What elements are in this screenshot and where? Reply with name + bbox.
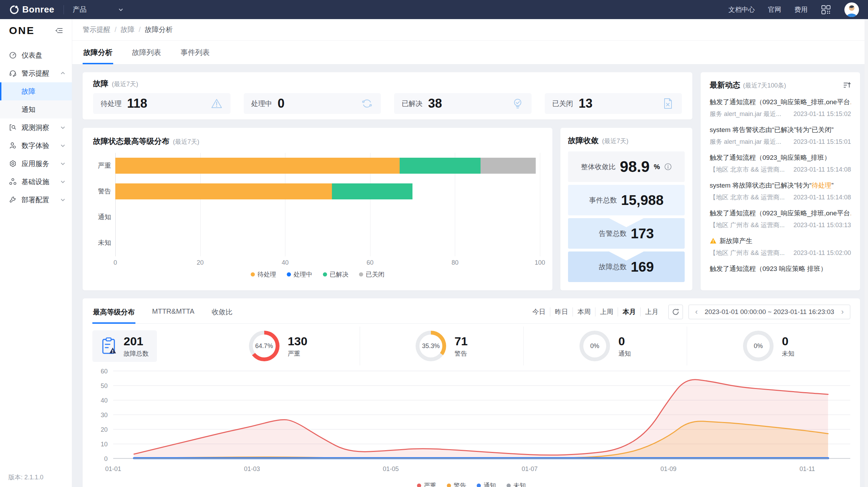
- sidebar-item-app-service[interactable]: 应用服务: [0, 155, 72, 173]
- news-item[interactable]: system 将告警状态由“已解决”转为“已关闭” 服务 alert_main.…: [710, 125, 851, 146]
- legend-item[interactable]: 警告: [447, 481, 466, 487]
- card-subtitle: (最近7天100条): [743, 81, 786, 90]
- app-service-icon: [9, 160, 17, 167]
- notice-donut: 0%: [579, 331, 610, 361]
- tab-mttr-mtta[interactable]: MTTR&MTTA: [151, 304, 195, 324]
- sync-icon: [361, 97, 373, 110]
- stat-label: 已关闭: [552, 99, 573, 108]
- news-item[interactable]: 触发了通知流程（0923_响应策略_排班） 【地区 北京市 && 运营商... …: [710, 153, 851, 174]
- funnel-value: 15,988: [621, 192, 663, 208]
- sidebar-item-label: 基础设施: [22, 177, 49, 187]
- news-title: 触发了通知流程（0923_响应策略_排班）: [710, 153, 851, 162]
- range-yesterday[interactable]: 昨日: [550, 307, 573, 316]
- sidebar-item-observe[interactable]: 观测洞察: [0, 118, 72, 137]
- chevron-up-icon: [60, 71, 66, 76]
- sidebar-item-alerts[interactable]: 警示提醒: [0, 64, 72, 82]
- legend-item[interactable]: 严重: [417, 481, 436, 487]
- svg-text:01-01: 01-01: [105, 465, 121, 472]
- refresh-button[interactable]: [668, 305, 683, 319]
- date-range-picker[interactable]: ‹ 2023-01-01 00:00:00 ~ 2023-01-11 16:23…: [688, 305, 850, 319]
- svg-text:60: 60: [101, 368, 108, 375]
- news-item[interactable]: 新故障产生 【地区 广州市 && 运营商... 2023-01-11 15:02…: [710, 237, 851, 257]
- chevron-down-icon: [60, 143, 66, 148]
- legend-item[interactable]: 通知: [477, 481, 496, 487]
- page-scrollbar[interactable]: [865, 19, 868, 487]
- tab-event-list[interactable]: 事件列表: [180, 41, 210, 64]
- svg-text:20: 20: [101, 426, 108, 433]
- sidebar-item-infrastructure[interactable]: 基础设施: [0, 173, 72, 191]
- news-time: 2023-01-11 15:15:01: [793, 138, 851, 146]
- range-this-week[interactable]: 本周: [573, 307, 595, 316]
- sidebar-item-dashboard[interactable]: 仪表盘: [0, 46, 72, 64]
- product-menu-label: 产品: [73, 5, 87, 14]
- fault-total-box: 故障总数 169: [568, 251, 685, 282]
- nav-link-docs[interactable]: 文档中心: [728, 5, 755, 14]
- stat-pending: 待处理 118: [93, 93, 231, 114]
- sidebar-item-label: 仪表盘: [22, 51, 42, 60]
- sidebar-item-experience[interactable]: 数字体验: [0, 137, 72, 155]
- funnel-unit: %: [654, 163, 660, 171]
- bar-category-label: 通知: [93, 213, 111, 222]
- next-range-icon[interactable]: ›: [841, 308, 844, 316]
- sidebar-item-label: 通知: [22, 105, 35, 114]
- tab-fault-list[interactable]: 故障列表: [131, 41, 162, 64]
- divider: [64, 5, 64, 14]
- news-item[interactable]: 触发了通知流程（0923 响应策略 排班）: [710, 264, 851, 273]
- content: 故障 (最近7天) 待处理 118: [72, 65, 868, 487]
- sidebar-item-deploy[interactable]: 部署配置: [0, 191, 72, 209]
- legend-item[interactable]: 已解决: [323, 270, 349, 279]
- main-area: 警示提醒 / 故障 / 故障分析 故障分析 故障列表 事件列表 故障: [72, 19, 868, 487]
- tab-severity-distribution[interactable]: 最高等级分布: [92, 304, 135, 324]
- funnel-value: 98.9: [620, 158, 650, 175]
- range-last-week[interactable]: 上周: [595, 307, 618, 316]
- chevron-down-icon: [60, 197, 66, 203]
- legend-item[interactable]: 待处理: [251, 270, 276, 279]
- range-today[interactable]: 今日: [528, 307, 550, 316]
- quick-ranges: 今日 昨日 本周 上周 本月 上月: [528, 307, 663, 316]
- news-item[interactable]: 触发了通知流程（0923_响应策略_排班,one平台... 【地区 广州市 &&…: [710, 209, 851, 229]
- nav-link-site[interactable]: 官网: [768, 5, 781, 14]
- range-last-month[interactable]: 上月: [641, 307, 663, 316]
- breadcrumb-item[interactable]: 警示提醒: [83, 25, 110, 34]
- legend-item[interactable]: 未知: [507, 481, 526, 487]
- legend-item[interactable]: 已关闭: [359, 270, 385, 279]
- bar-row: 未知: [93, 230, 542, 256]
- donut-percent: 0%: [743, 331, 774, 361]
- news-title: 触发了通知流程（0923_响应策略_排班,one平台...: [710, 98, 851, 107]
- info-icon[interactable]: [664, 163, 672, 171]
- chevron-down-icon: [60, 179, 66, 184]
- tab-fault-analysis[interactable]: 故障分析: [83, 41, 113, 64]
- card-title: 故障收敛: [568, 135, 599, 146]
- legend-item[interactable]: 处理中: [287, 270, 312, 279]
- stat-value: 0: [782, 335, 794, 348]
- breadcrumb-separator: /: [139, 26, 141, 34]
- brand[interactable]: Bonree: [9, 4, 55, 15]
- user-avatar[interactable]: [844, 2, 859, 17]
- nav-link-billing[interactable]: 费用: [794, 5, 808, 14]
- sidebar-item-label: 部署配置: [22, 195, 49, 205]
- news-item[interactable]: system 将故障状态由“已解决”转为“待处理” 【地区 北京市 && 运营商…: [710, 181, 851, 201]
- chevron-down-icon: [60, 125, 66, 130]
- sidebar-item-notification[interactable]: 通知: [0, 100, 72, 118]
- product-menu[interactable]: 产品: [73, 5, 124, 14]
- status-highlight: 待处理: [811, 182, 831, 189]
- warning-triangle-icon: [710, 238, 717, 244]
- stat-label: 故障总数: [124, 349, 149, 358]
- bar-row: 通知: [93, 204, 542, 230]
- sort-icon[interactable]: [843, 81, 851, 89]
- collapse-sidebar-icon[interactable]: [55, 26, 64, 35]
- funnel-label: 事件总数: [589, 196, 617, 205]
- sidebar-item-fault[interactable]: 故障: [0, 82, 72, 100]
- dashboard-icon: [9, 51, 17, 59]
- prev-range-icon[interactable]: ‹: [695, 308, 698, 316]
- range-this-month[interactable]: 本月: [618, 307, 641, 316]
- stat-value: 71: [454, 335, 468, 348]
- avatar-person-icon: [844, 2, 859, 17]
- apps-grid-icon[interactable]: [821, 5, 831, 15]
- tab-convergence-ratio[interactable]: 收敛比: [211, 304, 233, 324]
- bar-row: 警告: [93, 179, 542, 204]
- news-item[interactable]: 触发了通知流程（0923_响应策略_排班,one平台... 服务 alert_m…: [710, 98, 851, 118]
- sidebar: ONE 仪表盘: [0, 19, 72, 487]
- breadcrumb-item[interactable]: 故障: [121, 25, 135, 34]
- svg-text:30: 30: [101, 412, 108, 419]
